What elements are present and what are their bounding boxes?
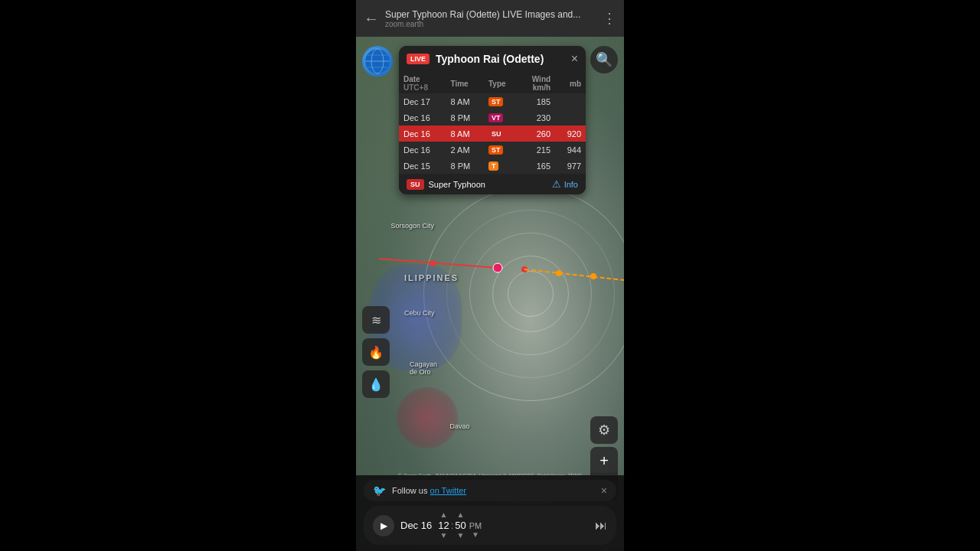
twitter-follow-text: Follow us on Twitter bbox=[392, 486, 595, 495]
panel-header: LIVE Typhoon Rai (Odette) × bbox=[399, 46, 586, 72]
table-row[interactable]: Dec 15 8 PM T 165 977 bbox=[399, 158, 586, 174]
svg-point-1 bbox=[430, 260, 436, 266]
twitter-bar: 🐦 Follow us on Twitter × bbox=[364, 480, 616, 501]
playback-bar: ▶ Dec 16 ▲ 12 ▼ : ▲ 50 ▼ ▲ bbox=[364, 506, 616, 545]
svg-point-5 bbox=[556, 270, 562, 276]
label-cagayan: Cagayande Oro bbox=[410, 360, 437, 376]
playback-date: Dec 16 bbox=[400, 520, 432, 531]
panel-data-table: Date UTC+8 Time Type Wind km/h mb Dec 1 bbox=[399, 72, 586, 174]
svg-line-4 bbox=[524, 269, 624, 280]
settings-button[interactable]: ⚙ bbox=[590, 416, 618, 444]
row-type: ST bbox=[484, 93, 518, 109]
row-time: 8 PM bbox=[446, 158, 484, 174]
playback-hour: 12 bbox=[438, 520, 449, 531]
live-badge: LIVE bbox=[407, 54, 430, 64]
row-time: 8 AM bbox=[446, 93, 484, 109]
table-row[interactable]: Dec 17 8 AM ST 185 bbox=[399, 93, 586, 109]
row-type: SU bbox=[484, 126, 518, 142]
info-label: Info bbox=[564, 180, 578, 189]
panel-footer: SU Super Typhoon ⚠ Info bbox=[399, 174, 586, 194]
browser-tab-title: Super Typhoon Rai (Odette) LIVE Images a… bbox=[385, 9, 596, 20]
row-time: 8 AM bbox=[446, 126, 484, 142]
browser-title-area: Super Typhoon Rai (Odette) LIVE Images a… bbox=[385, 9, 596, 28]
wind-icon: ≋ bbox=[371, 313, 381, 328]
warning-icon: ⚠ bbox=[552, 178, 561, 190]
browser-chrome: ← Super Typhoon Rai (Odette) LIVE Images… bbox=[356, 0, 624, 37]
globe-button[interactable] bbox=[362, 46, 393, 77]
row-time: 8 PM bbox=[446, 109, 484, 126]
su-badge: SU bbox=[407, 179, 424, 190]
row-type: ST bbox=[484, 142, 518, 158]
footer-label: Super Typhoon bbox=[429, 180, 547, 189]
col-time: Time bbox=[446, 72, 484, 93]
label-davao: Davao bbox=[450, 422, 470, 430]
ampm-down-button[interactable]: ▼ bbox=[472, 530, 479, 540]
row-date: Dec 17 bbox=[399, 93, 446, 109]
time-separator: : bbox=[451, 520, 454, 531]
col-mb: mb bbox=[555, 72, 586, 93]
row-date: Dec 15 bbox=[399, 158, 446, 174]
info-button[interactable]: ⚠ Info bbox=[552, 178, 578, 190]
row-mb bbox=[555, 93, 586, 109]
row-wind: 165 bbox=[518, 158, 555, 174]
twitter-link[interactable]: on Twitter bbox=[430, 486, 467, 495]
play-button[interactable]: ▶ bbox=[373, 515, 394, 536]
svg-line-0 bbox=[379, 259, 498, 268]
row-mb: 944 bbox=[555, 142, 586, 158]
table-row[interactable]: Dec 16 8 PM VT 230 bbox=[399, 109, 586, 126]
row-date: Dec 16 bbox=[399, 142, 446, 158]
map-view[interactable]: Sorsogon City ILIPPINES Cebu City Cagaya… bbox=[356, 37, 624, 551]
water-icon: 💧 bbox=[368, 377, 384, 392]
hour-down-button[interactable]: ▼ bbox=[439, 531, 447, 540]
settings-icon: ⚙ bbox=[598, 422, 610, 439]
fire-layer-button[interactable]: 🔥 bbox=[362, 338, 390, 366]
typhoon-panel: LIVE Typhoon Rai (Odette) × Date UTC+8 T… bbox=[399, 46, 586, 194]
label-philippines: ILIPPINES bbox=[404, 273, 459, 282]
minute-up-button[interactable]: ▲ bbox=[457, 510, 465, 520]
row-wind: 230 bbox=[518, 109, 555, 126]
row-wind: 215 bbox=[518, 142, 555, 158]
bottom-bar: 🐦 Follow us on Twitter × ▶ Dec 16 ▲ 12 ▼ bbox=[356, 475, 624, 551]
water-layer-button[interactable]: 💧 bbox=[362, 370, 390, 398]
row-type: T bbox=[484, 158, 518, 174]
table-row[interactable]: Dec 16 8 AM SU 260 920 bbox=[399, 126, 586, 142]
table-row[interactable]: Dec 16 2 AM ST 215 944 bbox=[399, 142, 586, 158]
browser-url: zoom.earth bbox=[385, 20, 596, 28]
twitter-close-button[interactable]: × bbox=[601, 484, 607, 497]
playback-minute: 50 bbox=[455, 520, 466, 531]
row-date: Dec 16 bbox=[399, 109, 446, 126]
row-date: Dec 16 bbox=[399, 126, 446, 142]
row-wind: 185 bbox=[518, 93, 555, 109]
col-date: Date UTC+8 bbox=[399, 72, 446, 93]
sidebar-left: ≋ 🔥 💧 bbox=[362, 306, 390, 398]
minute-down-button[interactable]: ▼ bbox=[457, 531, 465, 540]
col-wind: Wind km/h bbox=[518, 72, 555, 93]
zoom-in-button[interactable]: + bbox=[590, 447, 618, 474]
fire-icon: 🔥 bbox=[368, 345, 384, 360]
row-time: 2 AM bbox=[446, 142, 484, 158]
hour-up-button[interactable]: ▲ bbox=[439, 510, 447, 520]
skip-forward-button[interactable]: ⏭ bbox=[595, 519, 607, 533]
globe-icon bbox=[364, 47, 391, 75]
row-mb: 977 bbox=[555, 158, 586, 174]
col-type: Type bbox=[484, 72, 518, 93]
search-icon: 🔍 bbox=[596, 51, 612, 68]
row-mb bbox=[555, 109, 586, 126]
row-wind: 260 bbox=[518, 126, 555, 142]
wind-layer-button[interactable]: ≋ bbox=[362, 306, 390, 334]
back-button[interactable]: ← bbox=[364, 10, 379, 28]
svg-point-2 bbox=[493, 263, 502, 272]
row-mb: 920 bbox=[555, 126, 586, 142]
twitter-icon: 🐦 bbox=[373, 484, 386, 497]
label-sorsogon: Sorsogon City bbox=[391, 222, 435, 230]
svg-point-6 bbox=[590, 273, 596, 279]
search-button[interactable]: 🔍 bbox=[590, 46, 618, 73]
panel-title: Typhoon Rai (Odette) bbox=[436, 53, 565, 65]
label-cebu: Cebu City bbox=[404, 309, 435, 317]
panel-close-button[interactable]: × bbox=[571, 52, 578, 66]
playback-ampm: PM bbox=[469, 521, 482, 530]
browser-menu-button[interactable]: ⋮ bbox=[603, 10, 616, 27]
row-type: VT bbox=[484, 109, 518, 126]
